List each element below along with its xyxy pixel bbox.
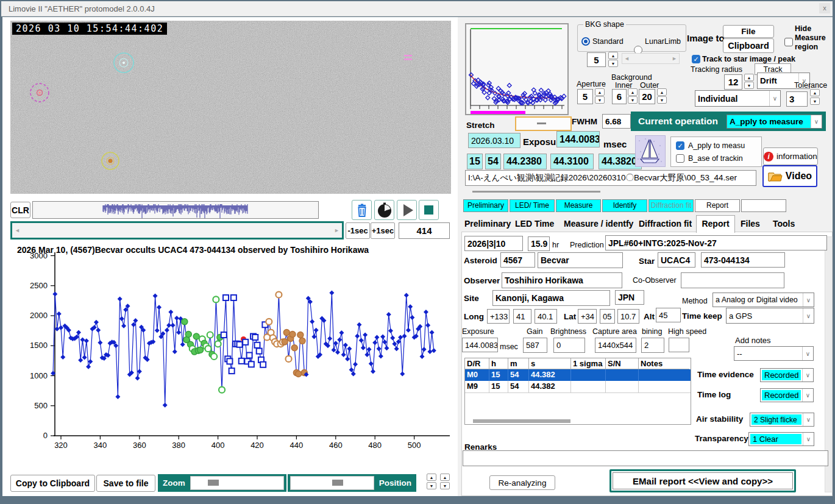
rexposure-field[interactable]: 144.0083 (462, 338, 498, 352)
aperture-up-spinner[interactable] (595, 88, 605, 96)
lat-sec-field[interactable]: 10.7 (617, 309, 639, 324)
report-date-field[interactable]: 2026|3|10 (464, 236, 523, 251)
long-deg-field[interactable]: +133 (487, 309, 510, 324)
lat-deg-field[interactable]: +34 (578, 309, 597, 324)
air-stability-select[interactable]: 2 Slight flicke (750, 413, 814, 427)
current-operation-select[interactable]: A_pply to measure (727, 115, 822, 129)
stretch-slider[interactable] (515, 116, 572, 131)
step-scrollbar[interactable]: ◄ ► (622, 53, 680, 64)
hide-measure-checkbox[interactable] (784, 38, 793, 46)
inner-up-spinner[interactable] (628, 88, 638, 96)
position-slider-thumb[interactable] (332, 480, 343, 486)
lat-min-field[interactable]: 05 (600, 309, 615, 324)
stop-button[interactable] (419, 200, 439, 220)
coobserver-field[interactable] (681, 272, 784, 288)
time-sec2-field[interactable]: 44.3100 (550, 154, 594, 169)
tab-diffraction-fit[interactable]: Diffraction fit (639, 219, 692, 229)
highspeed-field[interactable] (669, 338, 689, 352)
minus-1sec-button[interactable]: -1sec (346, 222, 370, 239)
stretch-slider-thumb[interactable] (537, 122, 546, 124)
stopwatch-button[interactable] (374, 200, 394, 220)
frame-scrollbar[interactable]: ◄ ► (10, 221, 344, 240)
step-tab-measure[interactable]: Measure (556, 199, 601, 212)
method-select[interactable]: a Analog or Digital video (712, 293, 814, 307)
play-button[interactable] (397, 200, 417, 220)
clr-button[interactable]: CLR (10, 202, 30, 218)
events-table[interactable]: D/R h m s 1 sigma S/N Notes M0 15 54 44.… (464, 358, 691, 425)
transparency-select[interactable]: 1 Clear (748, 432, 814, 446)
bining-field[interactable]: 2 (641, 338, 664, 353)
step-down-spinner[interactable] (608, 60, 618, 67)
prediction-field[interactable]: JPL#60+INTG:2025-Nov-27 (605, 235, 827, 250)
timekeep-select[interactable]: a GPS (726, 308, 814, 324)
tab-measure-identfy[interactable]: Measure / identfy (564, 219, 633, 229)
tolerance-down-spinner[interactable] (810, 98, 820, 105)
scroll-right-icon[interactable]: ► (334, 228, 339, 233)
tab-report-active[interactable]: Report (696, 215, 735, 233)
chart-up-spinner2[interactable] (440, 474, 450, 481)
step-tab-diffraction[interactable]: Diffraction fit (648, 199, 694, 212)
long-min-field[interactable]: 41 (513, 309, 531, 324)
open-video-button[interactable]: Video (762, 165, 817, 187)
image-to-file-button[interactable]: File (723, 25, 774, 38)
table-row-m9[interactable]: M9 15 54 44.382 (465, 381, 691, 393)
chart-down-spinner[interactable] (427, 482, 436, 489)
exposure-value[interactable]: 144.0083 (556, 131, 600, 147)
step-tab-preliminary[interactable]: Preliminary (463, 199, 508, 212)
report-hour-field[interactable]: 15.9 (528, 236, 550, 251)
zoom-slider[interactable] (190, 476, 284, 490)
tolerance-value[interactable]: 3 (786, 91, 808, 107)
tracking-radius-value[interactable]: 12 (724, 74, 742, 90)
tab-preliminary[interactable]: Preliminary (464, 219, 511, 229)
obs-date-field[interactable]: 2026.03.10 (468, 133, 521, 148)
save-to-file-button[interactable]: Save to file (96, 475, 155, 492)
outer-up-spinner[interactable] (657, 88, 667, 96)
reanalyzing-button[interactable]: Re-analyzing (489, 475, 555, 490)
time-log-select[interactable]: Recorded (760, 388, 814, 402)
tab-files[interactable]: Files (741, 219, 760, 229)
track-to-star-checkbox[interactable] (692, 55, 700, 63)
chart-up-spinner[interactable] (427, 474, 436, 481)
tab-led-time[interactable]: LED Time (515, 219, 554, 229)
delete-button[interactable] (352, 200, 372, 220)
step-tab-report[interactable]: Report (695, 199, 740, 212)
email-report-button[interactable]: EMail report <<View and copy>> (609, 469, 796, 492)
time-min-field[interactable]: 54 (485, 154, 501, 169)
time-sec1-field[interactable]: 44.2380 (503, 154, 547, 169)
asteroid-number-field[interactable]: 4567 (500, 252, 535, 268)
video-frame[interactable] (10, 21, 451, 194)
add-notes-select[interactable]: -- (734, 346, 814, 361)
step-left-icon[interactable]: ◄ (624, 56, 630, 62)
country-field[interactable]: JPN (615, 290, 644, 305)
zoom-slider-thumb[interactable] (208, 480, 219, 486)
brightness-field[interactable]: 0 (553, 338, 585, 353)
step-right-icon[interactable]: ► (672, 56, 677, 62)
aperture-value[interactable]: 5 (577, 89, 593, 104)
scroll-left-icon[interactable]: ◄ (15, 228, 20, 233)
step-value[interactable]: 5 (587, 52, 606, 67)
image-to-clipboard-button[interactable]: Clipboard (723, 38, 774, 53)
step-tab-identify[interactable]: Identify (602, 199, 647, 212)
information-button[interactable]: i information (763, 147, 818, 165)
plus-1sec-button[interactable]: +1sec (371, 222, 395, 239)
chart-down-spinner2[interactable] (440, 482, 450, 489)
step-tab-empty[interactable] (741, 199, 786, 212)
capture-area-field[interactable]: 1440x544 (595, 338, 636, 353)
gain-field[interactable]: 587 (523, 338, 547, 353)
inner-value[interactable]: 6 (612, 89, 627, 104)
table-hscrollbar[interactable] (473, 419, 570, 423)
inner-down-spinner[interactable] (628, 96, 638, 104)
tab-tools[interactable]: Tools (773, 219, 795, 229)
individual-select[interactable]: Individual (695, 90, 781, 107)
site-field[interactable]: Kanonji, Kagawa (492, 290, 610, 306)
radius-down-spinner[interactable] (744, 82, 754, 89)
outer-value[interactable]: 20 (639, 89, 655, 104)
asteroid-name-field[interactable]: Becvar (538, 252, 623, 268)
aperture-down-spinner[interactable] (595, 96, 605, 104)
long-sec-field[interactable]: 40.1 (535, 309, 557, 324)
star-id-field[interactable]: 473-044134 (701, 252, 785, 268)
outer-down-spinner[interactable] (657, 96, 667, 104)
observer-field[interactable]: Toshihiro Horikawa (502, 272, 622, 288)
remarks-field[interactable] (463, 450, 828, 466)
frame-number-field[interactable]: 414 (399, 222, 450, 239)
